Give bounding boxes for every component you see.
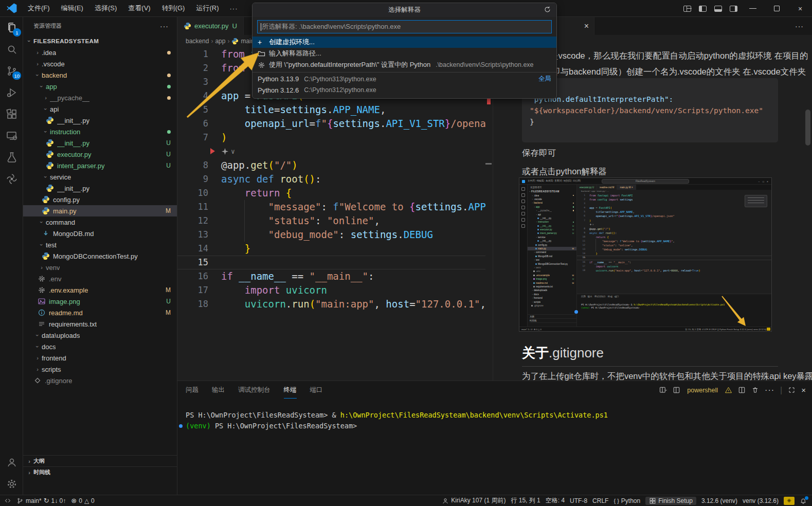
tree-item[interactable]: ›test bbox=[23, 239, 177, 250]
tree-item[interactable]: ›test bbox=[528, 258, 576, 262]
more-actions-icon[interactable]: ··· bbox=[765, 386, 774, 395]
tree-item[interactable]: ›data\uploads bbox=[528, 288, 576, 292]
tree-item[interactable]: .gitignore bbox=[528, 304, 576, 308]
tree-item[interactable]: __init__.pyU bbox=[23, 137, 177, 149]
python-environment-icon[interactable] bbox=[0, 168, 23, 190]
code-line[interactable]: 7) bbox=[177, 131, 485, 144]
tree-item[interactable]: .env bbox=[23, 273, 177, 284]
launch-profile-icon[interactable] bbox=[659, 386, 667, 394]
close-panel-icon[interactable]: × bbox=[801, 386, 806, 394]
code-line[interactable]: 9async def root(): bbox=[577, 231, 771, 235]
shell-name[interactable]: powershell bbox=[687, 387, 718, 394]
tree-root[interactable]: ›FILESREADSYSTEAM bbox=[23, 35, 177, 47]
tree-item[interactable]: config.py bbox=[528, 243, 576, 246]
panel-tab-输出[interactable]: 输出 bbox=[212, 386, 225, 394]
code-line[interactable]: 17 import uvicorn bbox=[577, 264, 771, 268]
preview-scrollbar-thumb[interactable] bbox=[805, 110, 810, 146]
tree-item[interactable]: executor.pyU bbox=[23, 149, 177, 160]
tree-item[interactable]: ›service bbox=[528, 236, 576, 239]
tree-item[interactable]: ›app bbox=[528, 205, 576, 209]
status-python[interactable]: { }Python bbox=[613, 497, 640, 504]
status-utf-8[interactable]: UTF-8 bbox=[570, 497, 587, 504]
tree-item[interactable]: image.pngU bbox=[23, 296, 177, 307]
code-line[interactable]: 15 bbox=[177, 256, 485, 269]
status-finish-setup[interactable]: Finish Setup bbox=[645, 497, 696, 505]
tree-item[interactable]: readme.mdM bbox=[528, 281, 576, 284]
code-line[interactable]: 13 "debug_mode": settings.DEBUG bbox=[177, 228, 485, 242]
close-button[interactable]: × bbox=[788, 0, 812, 17]
preview-more-actions[interactable]: ··· bbox=[795, 17, 804, 35]
tree-item[interactable]: ›venv bbox=[23, 262, 177, 273]
menu-more[interactable]: ··· bbox=[224, 5, 243, 12]
tree-item[interactable]: ›api bbox=[528, 212, 576, 216]
explorer-icon[interactable]: 1 bbox=[0, 17, 23, 39]
code-line[interactable]: 7) bbox=[577, 219, 771, 223]
quick-pick-item[interactable]: Python 3.12.6C:\Python312\python.exe bbox=[252, 84, 556, 96]
global-link[interactable]: 全局 bbox=[538, 75, 551, 83]
menu-item[interactable]: 选择(S) bbox=[89, 2, 122, 14]
quick-pick-item[interactable]: 输入解释器路径... bbox=[252, 48, 556, 59]
toggle-secondary-sidebar-icon[interactable] bbox=[726, 0, 741, 17]
code-line[interactable]: 12 "status": "online", bbox=[577, 243, 771, 247]
copilot-sparkle-icon[interactable]: ∨ bbox=[221, 144, 235, 158]
tree-root[interactable]: ›FILESREADSYSTEAM bbox=[528, 190, 576, 193]
quick-pick-input[interactable]: 所选解释器: .\backend\venv\Scripts\python.exe bbox=[257, 20, 552, 33]
tree-item[interactable]: ›instruction bbox=[23, 126, 177, 137]
breadcrumb-item[interactable]: backend bbox=[186, 38, 209, 45]
menu-item[interactable]: 查看(V) bbox=[122, 2, 156, 14]
close-icon[interactable]: × bbox=[584, 22, 589, 31]
quick-pick-item[interactable]: 使用 \"python.defaultInterpreterPath\" 设置中… bbox=[252, 59, 556, 70]
kill-terminal-icon[interactable] bbox=[751, 386, 759, 394]
tree-item[interactable]: ›command bbox=[23, 216, 177, 228]
code-line[interactable]: 5 title=settings.APP_NAME, bbox=[577, 210, 771, 214]
tree-item[interactable]: ›__pycache__ bbox=[528, 209, 576, 212]
code-line[interactable]: 2from config import settings bbox=[577, 197, 771, 202]
tree-item[interactable]: ›frontend bbox=[23, 352, 177, 364]
code-line[interactable]: 4app = FastAPI( bbox=[577, 206, 771, 210]
code-line[interactable]: 16if __name__ == "__main__": bbox=[577, 260, 771, 264]
status-venv-3-12-6-[interactable]: venv (3.12.6) bbox=[743, 497, 779, 504]
maximize-panel-icon[interactable] bbox=[788, 386, 796, 394]
code-line[interactable]: 6 openapi_url=f"{settings.API_V1_STR}/op… bbox=[577, 214, 771, 218]
tree-item[interactable]: ›data\uploads bbox=[23, 330, 177, 341]
code-line[interactable]: 10 return { bbox=[577, 235, 771, 239]
menu-item[interactable]: 文件(F) bbox=[22, 2, 56, 14]
tree-item[interactable]: ›.idea bbox=[23, 47, 177, 58]
problems-item[interactable]: ⊗0 △0 bbox=[71, 497, 95, 504]
code-line[interactable]: 11 "message": f"Welcome to {settings.APP… bbox=[577, 239, 771, 243]
toggle-panel-icon[interactable] bbox=[710, 0, 726, 17]
minimize-button[interactable] bbox=[741, 0, 765, 17]
tree-item[interactable]: main.pyM bbox=[23, 205, 177, 216]
tree-item[interactable]: requirements.txt bbox=[23, 318, 177, 330]
tree-item[interactable]: __init__.py bbox=[528, 239, 576, 243]
copilot-sparkle-icon[interactable]: ∨ bbox=[589, 223, 594, 227]
toggle-sidebar-icon[interactable] bbox=[695, 0, 710, 17]
run-debug-icon[interactable] bbox=[0, 82, 23, 103]
editor-scrollbar-thumb[interactable] bbox=[485, 163, 492, 165]
tree-item[interactable]: MongoDBConnectionTest.py bbox=[528, 262, 576, 265]
tree-item[interactable]: ›backend bbox=[528, 201, 576, 205]
code-line[interactable]: 3 bbox=[577, 202, 771, 206]
tree-item[interactable]: ›scripts bbox=[23, 364, 177, 375]
panel-tab-终端[interactable]: 终端 bbox=[284, 382, 297, 399]
status--15-1[interactable]: 行 15, 列 1 bbox=[511, 496, 540, 505]
code-line[interactable]: 14 } bbox=[577, 251, 771, 256]
code-line[interactable]: 16if __name__ == "__main__": bbox=[177, 269, 485, 283]
tree-item[interactable]: intent_parser.pyU bbox=[528, 231, 576, 235]
maximize-button[interactable] bbox=[765, 0, 788, 17]
tree-item[interactable]: ›command bbox=[528, 250, 576, 254]
remote-explorer-icon[interactable] bbox=[0, 125, 23, 147]
tree-item[interactable]: MongoDB.md bbox=[23, 228, 177, 239]
python-env-gold-icon[interactable] bbox=[784, 497, 795, 505]
tree-item[interactable]: executor.pyU bbox=[528, 228, 576, 231]
tree-item[interactable]: ›api bbox=[23, 103, 177, 115]
explorer-more-actions[interactable]: ··· bbox=[160, 22, 169, 30]
tree-item[interactable]: config.py bbox=[23, 194, 177, 205]
tree-item[interactable]: requirements.txt bbox=[528, 285, 576, 288]
tree-item[interactable]: __init__.pyU bbox=[528, 224, 576, 228]
code-line[interactable]: 15 bbox=[577, 256, 771, 260]
tree-item[interactable]: ›.vscode bbox=[23, 58, 177, 69]
tree-item[interactable]: image.pngU bbox=[528, 277, 576, 281]
tree-item[interactable]: ›app bbox=[23, 81, 177, 92]
breadcrumb-item[interactable]: app bbox=[215, 38, 225, 45]
